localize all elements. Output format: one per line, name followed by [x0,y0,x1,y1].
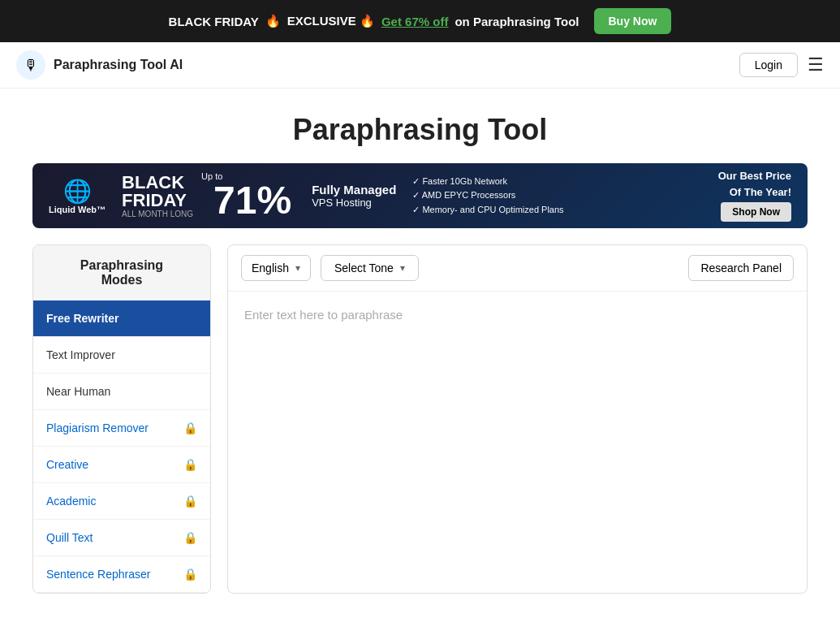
lock-icon: 🔒 [183,458,197,471]
page-title-section: Paraphrasing Tool [0,89,840,163]
main-content: Paraphrasing Modes Free RewriterText Imp… [0,244,840,594]
ad-percent: 71% [213,181,291,220]
banner-exclusive: EXCLUSIVE 🔥 [287,14,375,28]
mode-item[interactable]: Text Improver [33,337,210,374]
mode-label: Free Rewriter [46,312,118,325]
navbar: 🎙 Paraphrasing Tool AI Login ☰ [0,42,840,89]
language-select[interactable]: English ▾ [241,255,311,281]
navbar-right: Login ☰ [739,53,824,77]
ad-middle-sub: VPS Hosting [312,197,372,209]
toolbar: English ▾ Select Tone ▾ Research Panel [228,245,807,292]
mode-label: Sentence Rephraser [46,568,150,581]
mode-item[interactable]: Creative🔒 [33,447,210,483]
tone-select[interactable]: Select Tone ▾ [321,255,419,281]
tone-value: Select Tone [334,261,394,274]
ad-logo-icon: 🌐 [63,178,92,205]
banner-brand: BLACK FRIDAY [169,15,259,28]
ad-features: ✓ Faster 10Gb Network ✓ AMD EPYC Process… [412,175,701,218]
banner-deal-link[interactable]: Get 67% off [381,15,449,28]
ad-right-text1: Our Best Price [718,170,791,182]
mode-item[interactable]: Free Rewriter [33,300,210,337]
ad-percent-block: Up to 71% [201,171,304,220]
top-banner: BLACK FRIDAY 🔥 EXCLUSIVE 🔥 Get 67% off o… [0,0,840,42]
lock-icon: 🔒 [183,568,197,581]
language-arrow: ▾ [295,262,300,274]
ad-right: Our Best Price Of The Year! Shop Now [718,170,791,222]
right-panel: English ▾ Select Tone ▾ Research Panel E… [227,244,808,594]
ad-right-text2: Of The Year! [718,186,791,198]
lock-icon: 🔒 [183,421,197,434]
navbar-left: 🎙 Paraphrasing Tool AI [16,50,183,80]
logo-emoji: 🎙 [24,57,38,74]
left-panel-header: Paraphrasing Modes [33,245,210,300]
mode-item[interactable]: Quill Text🔒 [33,520,210,556]
mode-item[interactable]: Plagiarism Remover🔒 [33,410,210,447]
left-panel-title: Paraphrasing Modes [46,258,197,287]
mode-list: Free RewriterText ImproverNear HumanPlag… [33,300,210,593]
ad-logo: 🌐 Liquid Web™ [49,178,106,214]
logo-icon: 🎙 [16,50,45,80]
mode-item[interactable]: Near Human [33,374,210,410]
ad-banner: 🌐 Liquid Web™ BLACK FRIDAY ALL MONTH LON… [32,163,808,228]
mode-label: Academic [46,495,96,508]
ad-headline-sub: ALL MONTH LONG [122,210,193,218]
mode-item[interactable]: Sentence Rephraser🔒 [33,556,210,593]
login-button[interactable]: Login [739,53,798,77]
mode-label: Near Human [46,385,110,398]
ad-headline2: FRIDAY [122,192,193,210]
mode-label: Creative [46,458,88,471]
mode-label: Quill Text [46,531,93,544]
tone-arrow: ▾ [400,262,405,274]
left-panel: Paraphrasing Modes Free RewriterText Imp… [32,244,211,594]
page-title: Paraphrasing Tool [16,113,824,147]
text-area-container[interactable]: Enter text here to paraphrase [228,292,807,576]
ad-feature2: ✓ AMD EPYC Processors [412,188,701,203]
banner-deal-sub: on Paraphrasing Tool [454,15,579,28]
language-value: English [252,261,289,274]
shop-now-button[interactable]: Shop Now [721,202,791,222]
ad-headline1: BLACK [122,174,193,192]
ad-feature3: ✓ Memory- and CPU Optimized Plans [412,203,701,218]
menu-icon[interactable]: ☰ [808,54,824,76]
text-placeholder: Enter text here to paraphrase [244,308,403,322]
lock-icon: 🔒 [183,495,197,508]
ad-headline: BLACK FRIDAY ALL MONTH LONG [122,174,193,218]
research-panel-button[interactable]: Research Panel [688,255,794,281]
mode-label: Text Improver [46,348,115,361]
mode-label: Plagiarism Remover [46,421,149,434]
banner-fire: 🔥 [265,14,281,28]
ad-feature1: ✓ Faster 10Gb Network [412,175,701,189]
lock-icon: 🔒 [183,531,197,544]
ad-middle: Fully Managed VPS Hosting [312,183,396,209]
buy-now-button[interactable]: Buy Now [594,8,672,34]
mode-item[interactable]: Academic🔒 [33,483,210,520]
ad-logo-text: Liquid Web™ [49,205,106,214]
ad-middle-title: Fully Managed [312,183,396,197]
navbar-title: Paraphrasing Tool AI [54,58,183,72]
